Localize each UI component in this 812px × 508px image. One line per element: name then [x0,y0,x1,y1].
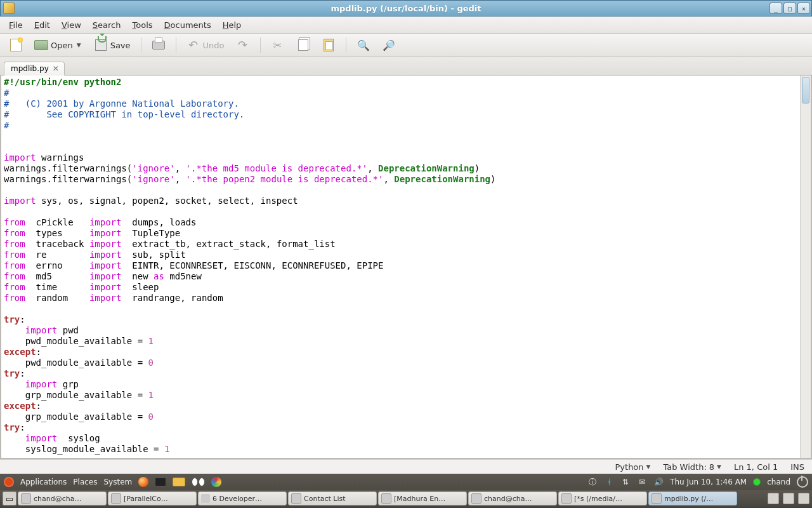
paste-button[interactable] [318,36,339,54]
source-editor[interactable]: #!/usr/bin/env python2 # # (C) 2001 by A… [1,76,811,458]
tabwidth-value: 8 [709,462,714,472]
save-label: Save [110,41,131,50]
task-button[interactable]: [Madhura En… [378,491,467,505]
save-icon [94,38,108,52]
undo-button[interactable]: ↶ Undo [183,36,228,54]
network-icon[interactable]: ⇅ [620,477,631,487]
terminal-icon[interactable] [155,478,166,486]
menu-file[interactable]: File [4,19,28,31]
task-button[interactable]: [ParallelCo… [108,491,197,505]
ubuntu-logo-icon[interactable] [4,477,14,487]
insert-mode: INS [790,462,804,472]
system-tray [768,493,809,504]
copy-icon [296,38,310,52]
toolbar-separator [260,37,261,53]
minimize-button[interactable]: _ [769,3,782,14]
task-button[interactable]: chand@cha… [18,491,107,505]
close-button[interactable]: ✕ [797,3,810,14]
app-icon [381,493,391,504]
user-menu[interactable]: chand [767,478,790,486]
print-button[interactable] [148,36,169,54]
find-button[interactable]: 🔍 [353,36,374,54]
toolbar-separator [176,37,176,53]
print-icon [152,38,166,52]
toolbar-separator [346,37,346,53]
toolbar: Open ▼ Save ↶ Undo ↷ ✂ 🔍 🔎 [0,34,812,57]
trash-icon[interactable] [798,493,809,504]
new-button[interactable] [5,36,27,54]
tabwidth-label: Tab Width: [663,462,706,472]
undo-label: Undo [203,41,225,50]
maximize-button[interactable]: □ [783,3,796,14]
presence-available-icon[interactable] [753,478,761,486]
task-button[interactable]: [*s (/media/… [558,491,647,505]
chevron-down-icon: ▼ [75,42,82,48]
folder-open-icon [34,38,48,52]
gnome-panel-top: Applications Places System ⓘ ᚼ ⇅ ✉ 🔊 Thu… [0,474,812,490]
file-manager-icon[interactable] [173,478,185,486]
status-bar: Python ▼ Tab Width: 8 ▼ Ln 1, Col 1 INS [0,459,812,474]
paste-icon [322,38,336,52]
close-tab-icon[interactable]: ✕ [53,64,59,73]
gnome-panel-bottom: ▭ chand@cha… [ParallelCo… 6 Developer… C… [0,490,812,507]
app-icon [111,493,121,504]
applications-menu[interactable]: Applications [20,478,67,486]
notification-icon[interactable]: ⓘ [587,477,598,487]
cut-button[interactable]: ✂ [267,36,289,54]
workspace-switcher[interactable] [783,493,794,504]
bluetooth-icon[interactable]: ᚼ [604,477,614,487]
mail-icon[interactable]: ✉ [637,477,647,487]
app-icon [3,3,15,14]
document-tab-row: mpdlib.py ✕ [0,57,812,76]
clock[interactable]: Thu Jun 10, 1:46 AM [670,478,747,486]
app-icon [291,493,301,504]
menu-view[interactable]: View [56,19,86,31]
copy-button[interactable] [292,36,314,54]
replace-button[interactable]: 🔎 [378,36,400,54]
menu-tools[interactable]: Tools [128,19,158,31]
editor-container: #!/usr/bin/env python2 # # (C) 2001 by A… [0,76,812,459]
system-menu[interactable]: System [103,478,132,486]
open-button[interactable]: Open ▼ [30,36,86,54]
gedit-icon [652,493,662,504]
language-selector[interactable]: Python ▼ [615,462,651,472]
workspace-switcher[interactable] [768,493,779,504]
task-button-active[interactable]: mpdlib.py (/… [648,491,737,505]
volume-icon[interactable]: 🔊 [653,477,664,487]
menu-search[interactable]: Search [88,19,126,31]
vertical-scrollbar[interactable] [800,76,811,458]
tabwidth-selector[interactable]: Tab Width: 8 ▼ [663,462,721,472]
undo-icon: ↶ [187,38,200,52]
redo-icon: ↷ [236,38,250,52]
toolbar-separator [141,37,141,53]
firefox-icon [201,494,210,503]
task-button[interactable]: chand@cha… [468,491,557,505]
find-replace-icon: 🔎 [382,38,396,52]
firefox-icon[interactable] [138,477,148,487]
redo-button[interactable]: ↷ [232,36,254,54]
menu-documents[interactable]: Documents [159,19,216,31]
document-tab[interactable]: mpdlib.py ✕ [4,62,65,76]
cursor-position: Ln 1, Col 1 [734,462,778,472]
places-menu[interactable]: Places [73,478,97,486]
window-titlebar: mpdlib.py (/usr/local/bin) - gedit _ □ ✕ [0,0,812,17]
menu-help[interactable]: Help [218,19,247,31]
save-button[interactable]: Save [90,36,134,54]
scrollbar-thumb[interactable] [802,77,809,104]
document-tab-label: mpdlib.py [11,64,49,73]
new-file-icon [9,38,23,52]
menu-edit[interactable]: Edit [29,19,55,31]
app-icon [561,493,572,504]
find-icon: 🔍 [357,38,370,52]
launcher-icon[interactable] [211,477,221,487]
task-button[interactable]: 6 Developer… [198,491,287,505]
cut-icon: ✂ [271,38,285,52]
task-button[interactable]: Contact List [288,491,377,505]
terminal-icon [21,493,31,504]
xeyes-icon[interactable] [192,478,205,486]
chevron-down-icon: ▼ [717,464,721,470]
show-desktop-button[interactable]: ▭ [3,491,16,505]
menubar: File Edit View Search Tools Documents He… [0,17,812,34]
language-label: Python [615,462,644,472]
power-icon[interactable] [797,476,808,488]
